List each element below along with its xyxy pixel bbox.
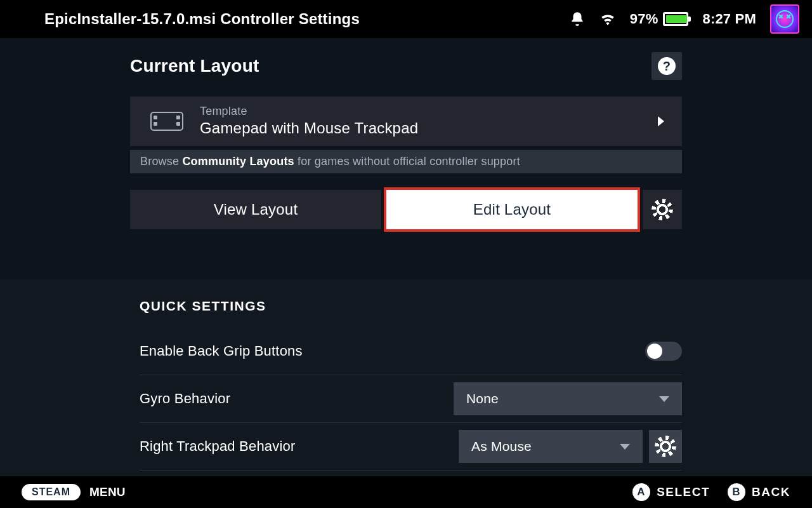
hint-label: BACK (752, 485, 790, 499)
network-icon[interactable] (599, 11, 616, 27)
current-layout-heading: Current Layout (130, 56, 259, 76)
dropdown-value: As Mouse (471, 439, 620, 454)
user-avatar[interactable] (770, 4, 799, 34)
menu-label: MENU (89, 485, 126, 499)
footer-bar: STEAM MENU A SELECT B BACK (0, 476, 812, 508)
notifications-icon[interactable] (569, 11, 586, 27)
clock: 8:27 PM (702, 11, 756, 27)
right-trackpad-behavior-dropdown[interactable]: As Mouse (459, 430, 643, 463)
setting-gyro-behavior: Gyro Behavior None (140, 375, 682, 423)
view-layout-button[interactable]: View Layout (130, 190, 381, 229)
edit-layout-button[interactable]: Edit Layout (386, 190, 638, 229)
battery-status: 97% (630, 11, 689, 27)
chevron-right-icon (658, 116, 664, 126)
dropdown-value: None (466, 391, 659, 406)
layout-settings-button[interactable] (643, 190, 682, 229)
browse-suffix: for games without official controller su… (294, 155, 520, 168)
battery-icon (663, 12, 688, 26)
setting-label: Gyro Behavior (140, 391, 454, 407)
setting-back-grip: Enable Back Grip Buttons (140, 328, 682, 375)
setting-label: Enable Back Grip Buttons (140, 343, 645, 359)
template-name: Gamepad with Mouse Trackpad (200, 118, 641, 138)
hint-label: SELECT (657, 485, 710, 499)
browse-prefix: Browse (140, 155, 182, 168)
browse-bold: Community Layouts (182, 155, 294, 168)
browse-community-layouts[interactable]: Browse Community Layouts for games witho… (130, 150, 682, 173)
setting-right-trackpad-sensitivity: Right Trackpad Sensitivity 100% (140, 471, 682, 476)
b-button-icon: B (728, 483, 745, 501)
hint-back: B BACK (728, 483, 790, 501)
help-icon: ? (658, 57, 676, 75)
template-panel[interactable]: Template Gamepad with Mouse Trackpad (130, 97, 682, 146)
gear-icon (657, 438, 674, 455)
back-grip-toggle[interactable] (645, 342, 682, 361)
help-button[interactable]: ? (652, 52, 682, 80)
quick-settings-heading: QUICK SETTINGS (140, 298, 682, 314)
chevron-down-icon (620, 444, 630, 450)
battery-percent: 97% (630, 11, 658, 27)
page-title: EpicInstaller-15.7.0.msi Controller Sett… (44, 10, 569, 28)
status-bar: EpicInstaller-15.7.0.msi Controller Sett… (0, 0, 812, 38)
a-button-icon: A (632, 483, 650, 501)
steam-button[interactable]: STEAM (22, 484, 81, 500)
setting-right-trackpad-behavior: Right Trackpad Behavior As Mouse (140, 423, 682, 471)
right-trackpad-settings-button[interactable] (649, 430, 682, 463)
gyro-behavior-dropdown[interactable]: None (454, 382, 682, 415)
template-label: Template (200, 105, 641, 119)
setting-label: Right Trackpad Behavior (140, 438, 459, 455)
chevron-down-icon (659, 396, 669, 402)
hint-select: A SELECT (632, 483, 710, 501)
gear-icon (654, 201, 671, 218)
controller-icon (150, 112, 183, 131)
